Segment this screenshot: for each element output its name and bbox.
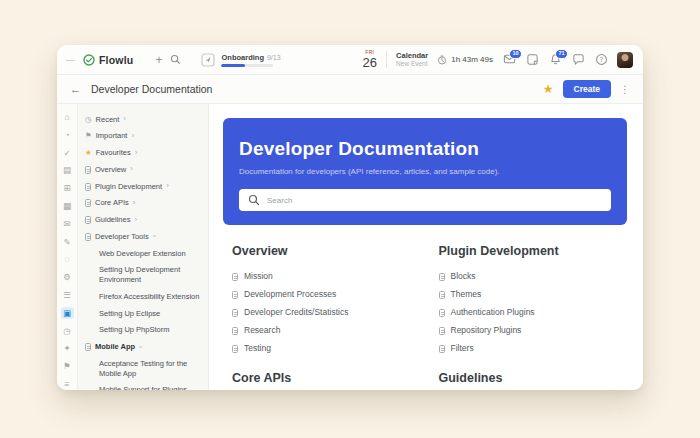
page-icon [85,166,91,174]
kb-article-link[interactable]: Filters [439,339,618,357]
create-button[interactable]: Create [563,80,611,98]
back-icon[interactable]: ← [70,83,81,95]
app-body: ⌂◔✓▤⊞▦✉✎◌⚙☰▣◷✦⚑≡ ◷Recent›⚑Important›★Fav… [57,104,643,390]
rail-agile-icon[interactable]: ☰ [61,289,74,301]
chevron-down-icon[interactable]: › [150,235,158,238]
kb-article-link[interactable]: Themes [439,285,618,303]
kb-article-label: Authentication Plugins [451,307,535,317]
tree-item[interactable]: Acceptance Testing for the Mobile App [84,355,203,382]
kb-article-link[interactable]: Developer Credits/Statistics [232,303,411,321]
help-icon: ? [595,53,608,66]
chevron-down-icon[interactable]: › [136,345,144,348]
onboarding-widget[interactable]: Onboarding 9/13 [201,53,280,67]
rail-reports-icon[interactable]: ◷ [61,324,74,336]
kb-article-label: Mission [244,271,273,281]
rail-team-icon[interactable]: ✦ [61,342,74,354]
onboarding-label: Onboarding [221,53,264,62]
search-icon[interactable] [170,54,181,65]
rail-settings-icon[interactable]: ≡ [61,378,74,390]
rail-apps-icon[interactable]: ⚑ [61,360,74,372]
rail-mail-icon[interactable]: ✉ [61,218,74,230]
page-icon [85,343,91,351]
kb-section-title[interactable]: Core APIs [232,371,411,385]
tree-item[interactable]: Setting Up Eclipse [84,305,203,322]
chevron-right-icon[interactable]: › [123,115,126,123]
chevron-right-icon[interactable]: › [131,132,134,140]
more-options-icon[interactable]: ⋮ [620,84,630,95]
notes-button[interactable] [525,53,539,67]
rail-mindmaps-icon[interactable]: ◌ [61,253,74,265]
tree-item[interactable]: Mobile App› [84,339,203,356]
tree-item-label: Favourites [96,148,131,158]
tree-item-label: Firefox Accessibility Extension [99,292,199,302]
kb-article-link[interactable]: Authentication Plugins [439,303,618,321]
tree-item[interactable]: Core APIs› [84,195,203,212]
kb-article-link[interactable]: Blocks [439,267,618,285]
chevron-right-icon[interactable]: › [133,199,136,207]
kb-article-link[interactable]: Testing [232,339,411,357]
rail-finance-icon[interactable]: ⊞ [61,182,74,194]
kb-article-link[interactable]: Research [232,321,411,339]
rail-documents-icon[interactable]: ✎ [61,235,74,247]
brand[interactable]: Flowlu [83,54,133,66]
article-icon [232,273,238,281]
flowlu-logo-icon [83,54,95,66]
kb-article-link[interactable]: Development Processes [232,285,411,303]
tree-item[interactable]: Plugin Development› [84,178,203,195]
chevron-right-icon[interactable]: › [135,149,138,157]
tree-item[interactable]: ◷Recent› [84,111,203,128]
page-header: ← Developer Documentation ★ Create ⋮ [57,75,643,104]
tree-item[interactable]: ★Favourites› [84,145,203,162]
tree-item[interactable]: Overview› [84,161,203,178]
chevron-right-icon[interactable]: › [134,216,137,224]
kb-search-input[interactable] [267,196,602,205]
page-icon [85,233,91,241]
time-tracker[interactable]: 1h 43m 49s [437,55,493,65]
rail-tasks-icon[interactable]: ✓ [61,147,74,159]
tree-item-label: Mobile App [95,342,135,352]
article-icon [439,291,445,299]
tree-item-label: Overview [95,165,126,175]
tree-item[interactable]: Firefox Accessibility Extension [84,288,203,305]
rail-knowledge-base-icon[interactable]: ▣ [61,307,74,319]
tree-item[interactable]: Guidelines› [84,212,203,229]
add-icon[interactable]: + [155,54,162,66]
kb-article-link[interactable]: Mission [232,267,411,285]
calendar-label: Calendar [396,51,428,60]
rail-projects-icon[interactable]: ▤ [61,164,74,176]
rail-automation-icon[interactable]: ⚙ [61,271,74,283]
top-bar-right: Fri 26 Calendar New Event 1h 43m 49s [363,50,633,69]
collapse-sidebar-icon[interactable]: — [66,55,75,65]
divider [386,51,387,68]
article-icon [232,327,238,335]
calendar-widget[interactable]: Calendar New Event [396,51,428,69]
rail-dashboard-icon[interactable]: ⌂ [61,111,74,123]
kb-article-label: Filters [451,343,474,353]
favourite-star-icon[interactable]: ★ [543,83,554,95]
tree-item[interactable]: Mobile Support for Plugins [84,382,203,390]
tree-item[interactable]: Setting Up Development Environment [84,262,203,289]
rail-calendar-icon[interactable]: ▦ [61,200,74,212]
help-button[interactable]: ? [594,53,608,67]
messenger-button[interactable]: 10 [502,53,516,67]
user-avatar[interactable] [617,52,633,68]
kb-search-box[interactable] [239,189,611,211]
kb-section-title[interactable]: Overview [232,244,411,258]
star-icon: ★ [85,148,92,157]
page-title: Developer Documentation [91,83,212,95]
kb-article-label: Blocks [451,271,476,281]
tree-item[interactable]: Setting Up PhpStorm [84,322,203,339]
tree-item[interactable]: ⚑Important› [84,128,203,145]
kb-section-title[interactable]: Guidelines [439,371,618,385]
rail-crm-icon[interactable]: ◔ [61,129,74,141]
kb-section-title[interactable]: Plugin Development [439,244,618,258]
notifications-button[interactable]: 71 [548,53,562,67]
tree-item[interactable]: Web Developer Extension [84,245,203,262]
clock-icon: ◷ [85,115,92,124]
tree-item[interactable]: Developer Tools› [84,228,203,245]
date-widget[interactable]: Fri 26 [363,50,377,69]
chat-button[interactable] [571,53,585,67]
chevron-right-icon[interactable]: › [130,165,133,173]
kb-article-link[interactable]: Repository Plugins [439,321,618,339]
chevron-right-icon[interactable]: › [166,182,169,190]
